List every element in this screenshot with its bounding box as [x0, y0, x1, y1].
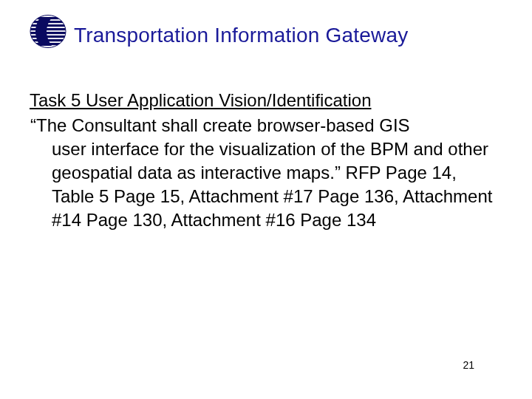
svg-rect-7 [30, 35, 66, 38]
slide-title: Transportation Information Gateway [74, 24, 408, 47]
svg-rect-4 [30, 24, 66, 27]
slide-body: Task 5 User Application Vision/Identific… [30, 89, 495, 232]
task-paragraph: “The Consultant shall create browser-bas… [30, 114, 495, 232]
slide: Transportation Information Gateway Task … [0, 0, 532, 399]
page-number: 21 [463, 359, 474, 371]
svg-rect-5 [30, 28, 66, 30]
globe-logo-icon [30, 15, 66, 48]
svg-rect-6 [30, 32, 66, 34]
task-heading: Task 5 User Application Vision/Identific… [30, 89, 495, 112]
paragraph-first-line: “The Consultant shall create browser-bas… [30, 115, 410, 135]
paragraph-rest: user interface for the visualization of … [52, 139, 492, 230]
